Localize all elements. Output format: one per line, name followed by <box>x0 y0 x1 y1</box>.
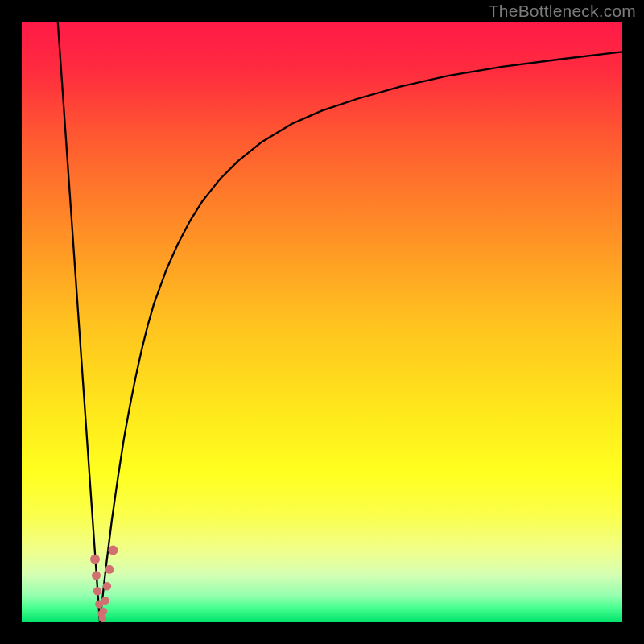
plot-area <box>22 22 622 622</box>
watermark-label: TheBottleneck.com <box>489 2 636 21</box>
cluster-dot <box>92 571 101 580</box>
bottleneck-curve-chart <box>0 0 644 644</box>
chart-stage: TheBottleneck.com <box>0 0 644 644</box>
cluster-dot <box>103 582 111 590</box>
cluster-dot <box>93 587 101 595</box>
cluster-dot <box>101 597 109 605</box>
cluster-dot <box>90 555 100 564</box>
cluster-dot <box>108 545 118 555</box>
cluster-dot <box>100 608 108 616</box>
cluster-dot <box>105 565 114 574</box>
cluster-dot <box>99 615 106 622</box>
